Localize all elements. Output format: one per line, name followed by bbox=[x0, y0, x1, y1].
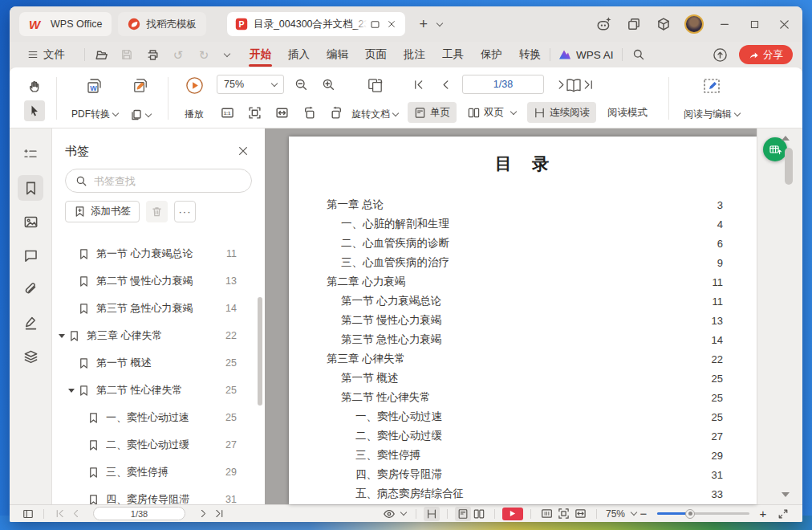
export-to-sheet-button[interactable] bbox=[763, 137, 787, 161]
ai-assistant-icon[interactable] bbox=[595, 15, 613, 33]
tab-wps-home[interactable]: W WPS Office bbox=[19, 12, 112, 36]
tab-document-active[interactable]: P 目录_004300合并文档_23224 bbox=[227, 12, 405, 36]
last-page-button[interactable] bbox=[211, 507, 227, 521]
tab-docer-templates[interactable]: 找稻壳模板 bbox=[118, 12, 206, 36]
fit-width-button[interactable] bbox=[572, 507, 589, 521]
signature-panel-icon[interactable] bbox=[18, 310, 43, 336]
new-tab-button[interactable]: + bbox=[413, 14, 434, 35]
bookmark-item[interactable]: 第二节 性心律失常 25 bbox=[52, 377, 265, 404]
more-options-button[interactable]: ··· bbox=[174, 201, 196, 222]
bookmark-item[interactable]: 一、窦性心动过速 25 bbox=[52, 404, 265, 431]
close-button[interactable] bbox=[775, 15, 793, 33]
bookmark-item[interactable]: 第三节 急性心力衰竭 14 bbox=[52, 295, 265, 322]
menu-item[interactable]: 页面 bbox=[364, 43, 388, 67]
bookmark-item[interactable]: 第一节 心力衰竭总论 11 bbox=[52, 240, 265, 267]
menu-item[interactable]: 编辑 bbox=[326, 43, 349, 67]
play-slideshow-button[interactable] bbox=[502, 508, 523, 520]
bookmark-item[interactable]: 第一节 概述 25 bbox=[52, 349, 265, 377]
app-center-cube-icon[interactable] bbox=[655, 15, 672, 33]
hand-tool-button[interactable] bbox=[24, 75, 45, 96]
bookmark-search-input[interactable] bbox=[94, 175, 242, 187]
single-page-button[interactable]: 单页 bbox=[408, 102, 457, 123]
delete-bookmark-button[interactable] bbox=[146, 201, 168, 222]
rotate-document-button[interactable]: 旋转文档 bbox=[347, 74, 403, 123]
bookmarks-panel-icon[interactable] bbox=[18, 175, 43, 201]
bookmarks-scrollbar[interactable] bbox=[258, 297, 262, 406]
tab-list-chevron-icon[interactable] bbox=[436, 19, 443, 26]
chevron-down-icon[interactable] bbox=[631, 509, 637, 516]
menu-item[interactable]: 批注 bbox=[403, 43, 426, 67]
maximize-button[interactable] bbox=[745, 15, 763, 33]
continuous-reading-button[interactable] bbox=[424, 507, 440, 521]
expander-icon[interactable] bbox=[76, 440, 86, 450]
bookmark-item[interactable]: 四、窦房传导阻滞 31 bbox=[52, 486, 265, 504]
file-menu[interactable]: 文件 bbox=[27, 47, 65, 62]
layers-panel-icon[interactable] bbox=[18, 344, 43, 369]
zoom-out-button[interactable] bbox=[290, 74, 311, 95]
split-window-icon[interactable] bbox=[625, 15, 643, 33]
read-and-edit-button[interactable]: 阅读与编辑 bbox=[679, 74, 745, 123]
menu-item[interactable]: 转换 bbox=[518, 43, 542, 67]
bookmark-item[interactable]: 三、窦性停搏 29 bbox=[52, 459, 265, 486]
annotation-list-icon[interactable] bbox=[18, 141, 43, 167]
zoom-slider-thumb[interactable] bbox=[685, 509, 695, 519]
bookmark-search-box[interactable] bbox=[65, 169, 252, 193]
view-options-button[interactable] bbox=[380, 507, 408, 521]
zoom-in-button[interactable]: + bbox=[757, 507, 769, 520]
expander-icon[interactable] bbox=[57, 331, 67, 340]
continuous-reading-button[interactable]: 连续阅读 bbox=[527, 102, 596, 123]
wps-ai-menu[interactable]: WPS AI bbox=[558, 49, 614, 61]
previous-page-button[interactable] bbox=[435, 74, 456, 95]
expander-icon[interactable] bbox=[76, 495, 86, 504]
pdf-convert-button[interactable]: W PDF转换 bbox=[67, 74, 123, 123]
rotate-left-button[interactable] bbox=[298, 102, 319, 123]
fit-page-button[interactable] bbox=[244, 102, 265, 123]
next-page-button[interactable] bbox=[195, 507, 211, 521]
play-button[interactable]: 播放 bbox=[178, 74, 210, 123]
double-page-button[interactable] bbox=[471, 507, 487, 521]
scroll-down-arrow[interactable] bbox=[782, 492, 790, 497]
zoom-slider[interactable] bbox=[657, 508, 749, 520]
expander-icon[interactable] bbox=[67, 358, 76, 368]
pdf-edit-button[interactable] bbox=[131, 75, 151, 99]
toggle-sidebar-button[interactable] bbox=[20, 507, 36, 521]
open-in-window-icon[interactable] bbox=[368, 17, 383, 31]
print-icon[interactable] bbox=[144, 47, 160, 63]
fit-width-button[interactable] bbox=[271, 102, 292, 123]
menu-item[interactable]: 工具 bbox=[441, 43, 465, 67]
zoom-out-button[interactable]: − bbox=[638, 507, 649, 520]
images-panel-icon[interactable] bbox=[18, 209, 43, 234]
quickbar-chevron-icon[interactable] bbox=[224, 50, 230, 56]
first-page-button[interactable] bbox=[408, 74, 428, 95]
reading-mode-book-icon[interactable] bbox=[564, 76, 583, 96]
page-indicator-input[interactable]: 1/38 bbox=[462, 75, 544, 94]
tab-close-icon[interactable] bbox=[384, 17, 399, 31]
search-icon[interactable] bbox=[631, 47, 647, 63]
add-bookmark-button[interactable]: 添加书签 bbox=[65, 201, 140, 222]
share-button[interactable]: 分享 bbox=[739, 45, 793, 64]
fullscreen-button[interactable] bbox=[775, 507, 791, 521]
first-page-button[interactable] bbox=[51, 507, 67, 521]
zoom-select[interactable]: 75% bbox=[217, 75, 284, 94]
double-page-button[interactable]: 双页 bbox=[461, 102, 522, 123]
menu-item[interactable]: 插入 bbox=[287, 43, 311, 67]
redo-icon[interactable]: ↻ bbox=[196, 47, 212, 63]
expander-icon[interactable] bbox=[67, 385, 76, 395]
open-file-icon[interactable] bbox=[93, 47, 109, 63]
panel-close-icon[interactable] bbox=[234, 142, 252, 160]
scroll-up-arrow[interactable] bbox=[782, 136, 790, 141]
expander-icon[interactable] bbox=[76, 467, 86, 477]
save-icon[interactable] bbox=[119, 47, 135, 63]
menu-item[interactable]: 保护 bbox=[480, 43, 503, 67]
rotate-right-button[interactable] bbox=[326, 102, 347, 123]
bookmark-item[interactable]: 第二节 慢性心力衰竭 13 bbox=[52, 267, 265, 295]
document-scrollbar-thumb[interactable] bbox=[785, 148, 793, 185]
expander-icon[interactable] bbox=[67, 304, 76, 313]
expander-icon[interactable] bbox=[67, 249, 76, 259]
reading-mode-button[interactable]: 阅读模式 bbox=[601, 102, 654, 123]
page-indicator[interactable]: 1/38 bbox=[93, 507, 185, 520]
expander-icon[interactable] bbox=[67, 276, 76, 286]
minimize-button[interactable] bbox=[716, 15, 733, 33]
bookmark-item[interactable]: 第三章 心律失常 22 bbox=[52, 322, 265, 349]
comments-panel-icon[interactable] bbox=[18, 243, 43, 268]
